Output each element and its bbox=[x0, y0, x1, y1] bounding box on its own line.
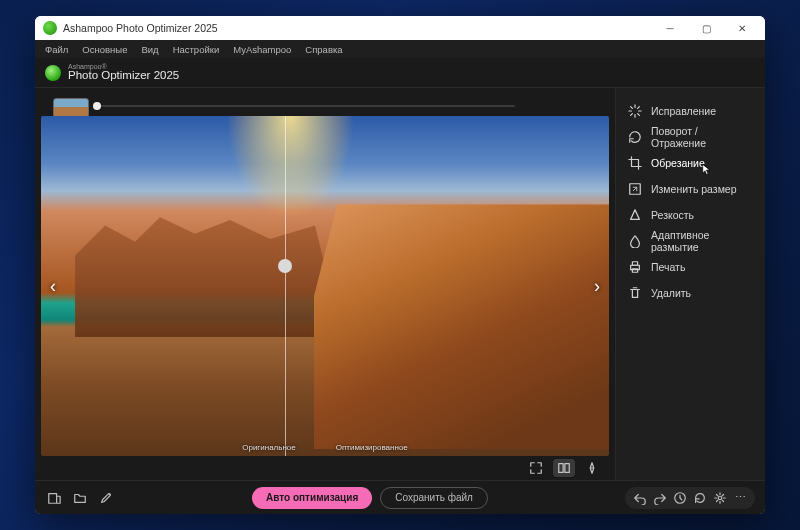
compare-handle[interactable] bbox=[278, 259, 292, 273]
history-group: ⋯ bbox=[625, 487, 755, 509]
titlebar[interactable]: Ashampoo Photo Optimizer 2025 ─ ▢ ✕ bbox=[35, 16, 765, 40]
history-icon[interactable] bbox=[671, 489, 689, 507]
app-window: Ashampoo Photo Optimizer 2025 ─ ▢ ✕ Файл… bbox=[35, 16, 765, 514]
menu-basic[interactable]: Основные bbox=[82, 44, 127, 55]
compare-view-icon[interactable] bbox=[553, 459, 575, 477]
save-file-button[interactable]: Сохранить файл bbox=[380, 487, 488, 509]
auto-optimize-button[interactable]: Авто оптимизация bbox=[252, 487, 372, 509]
svg-rect-0 bbox=[559, 464, 563, 473]
tool-blur-label: Адаптивное размытие bbox=[651, 229, 753, 253]
brand-bar: Ashampoo® Photo Optimizer 2025 bbox=[35, 58, 765, 88]
tool-sharpen-label: Резкость bbox=[651, 209, 694, 221]
tool-crop[interactable]: Обрезание bbox=[616, 150, 765, 176]
tool-print-label: Печать bbox=[651, 261, 685, 273]
menu-view[interactable]: Вид bbox=[141, 44, 158, 55]
compare-labels: Оригинальное Оптимизированное bbox=[41, 443, 609, 452]
compare-divider[interactable] bbox=[285, 116, 286, 456]
add-folder-icon[interactable] bbox=[71, 489, 89, 507]
tool-delete-label: Удалить bbox=[651, 287, 691, 299]
menu-myashampoo[interactable]: MyAshampoo bbox=[233, 44, 291, 55]
print-icon bbox=[628, 260, 642, 274]
tool-fix[interactable]: Исправление bbox=[616, 98, 765, 124]
tool-print[interactable]: Печать bbox=[616, 254, 765, 280]
quick-action-icon[interactable] bbox=[581, 459, 603, 477]
add-file-icon[interactable] bbox=[45, 489, 63, 507]
app-icon bbox=[43, 21, 57, 35]
svg-rect-1 bbox=[565, 464, 569, 473]
sparkle-icon bbox=[628, 104, 642, 118]
fit-screen-icon[interactable] bbox=[525, 459, 547, 477]
menubar: Файл Основные Вид Настройки MyAshampoo С… bbox=[35, 40, 765, 58]
resize-icon bbox=[628, 182, 642, 196]
blur-icon bbox=[628, 234, 642, 248]
svg-rect-6 bbox=[49, 493, 57, 503]
undo-icon[interactable] bbox=[631, 489, 649, 507]
close-button[interactable]: ✕ bbox=[727, 16, 757, 40]
tool-sidebar: Исправление Поворот / Отражение Обрезани… bbox=[615, 88, 765, 480]
tool-crop-label: Обрезание bbox=[651, 157, 705, 169]
next-image-button[interactable]: › bbox=[589, 273, 605, 299]
settings-icon[interactable] bbox=[711, 489, 729, 507]
viewer: ‹ › Оригинальное Оптимизированное bbox=[35, 88, 615, 480]
tool-fix-label: Исправление bbox=[651, 105, 716, 117]
minimize-button[interactable]: ─ bbox=[655, 16, 685, 40]
reset-icon[interactable] bbox=[691, 489, 709, 507]
more-icon[interactable]: ⋯ bbox=[731, 489, 749, 507]
rotate-icon bbox=[628, 130, 642, 144]
delete-icon bbox=[628, 286, 642, 300]
footer: Авто оптимизация Сохранить файл ⋯ bbox=[35, 480, 765, 514]
menu-help[interactable]: Справка bbox=[305, 44, 342, 55]
tool-rotate[interactable]: Поворот / Отражение bbox=[616, 124, 765, 150]
menu-settings[interactable]: Настройки bbox=[173, 44, 220, 55]
svg-rect-5 bbox=[632, 269, 637, 273]
tool-resize[interactable]: Изменить размер bbox=[616, 176, 765, 202]
tool-resize-label: Изменить размер bbox=[651, 183, 737, 195]
viewer-toolbar bbox=[41, 456, 609, 480]
image-canvas[interactable]: ‹ › Оригинальное Оптимизированное bbox=[41, 116, 609, 456]
tool-rotate-label: Поворот / Отражение bbox=[651, 125, 753, 149]
original-label: Оригинальное bbox=[242, 443, 296, 452]
maximize-button[interactable]: ▢ bbox=[691, 16, 721, 40]
brush-icon[interactable] bbox=[97, 489, 115, 507]
menu-file[interactable]: Файл bbox=[45, 44, 68, 55]
zoom-slider[interactable] bbox=[95, 105, 515, 107]
brand-name: Photo Optimizer 2025 bbox=[68, 70, 179, 82]
prev-image-button[interactable]: ‹ bbox=[45, 273, 61, 299]
brand-logo-icon bbox=[45, 65, 61, 81]
sharpen-icon bbox=[628, 208, 642, 222]
tool-delete[interactable]: Удалить bbox=[616, 280, 765, 306]
redo-icon[interactable] bbox=[651, 489, 669, 507]
tool-sharpen[interactable]: Резкость bbox=[616, 202, 765, 228]
app-body: Файл Основные Вид Настройки MyAshampoo С… bbox=[35, 40, 765, 514]
crop-icon bbox=[628, 156, 642, 170]
thumbnail[interactable] bbox=[53, 98, 89, 118]
window-title: Ashampoo Photo Optimizer 2025 bbox=[63, 22, 218, 34]
svg-point-8 bbox=[718, 496, 722, 500]
svg-rect-4 bbox=[632, 262, 637, 266]
tool-blur[interactable]: Адаптивное размытие bbox=[616, 228, 765, 254]
optimized-label: Оптимизированное bbox=[336, 443, 408, 452]
